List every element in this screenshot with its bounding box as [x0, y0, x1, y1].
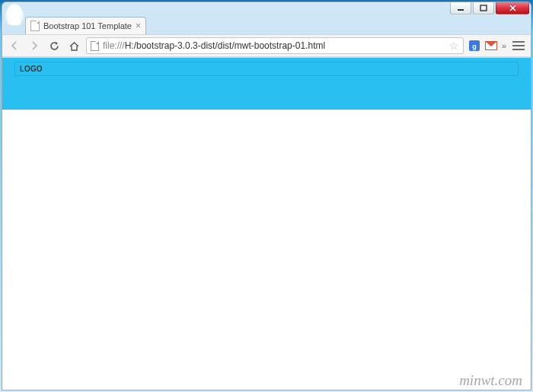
forward-button[interactable]: [27, 38, 42, 53]
window-titlebar[interactable]: [2, 2, 531, 16]
home-button[interactable]: [66, 38, 81, 53]
google-extension-icon[interactable]: g: [468, 40, 480, 52]
extensions-overflow-icon[interactable]: »: [502, 41, 506, 50]
bookmark-star-icon[interactable]: ☆: [449, 40, 459, 52]
window-controls: [450, 2, 529, 14]
toolbar: file:///H:/bootstrap-3.0.3-dist/dist/mwt…: [2, 34, 531, 57]
arrow-left-icon: [9, 40, 20, 51]
arrow-right-icon: [29, 40, 40, 51]
minimize-button[interactable]: [450, 2, 471, 14]
reload-button[interactable]: [46, 38, 62, 53]
logo-placeholder: LOGO: [14, 62, 519, 76]
page-header: LOGO: [2, 58, 531, 110]
gmail-extension-icon[interactable]: [485, 40, 497, 52]
close-icon: [509, 4, 517, 12]
url-text: file:///H:/bootstrap-3.0.3-dist/dist/mwt…: [103, 40, 445, 51]
menu-button[interactable]: [511, 38, 526, 53]
file-favicon-icon: [30, 21, 40, 31]
url-scheme: file:///: [103, 40, 125, 51]
document-icon: [91, 41, 99, 51]
svg-rect-1: [480, 5, 487, 11]
svg-rect-0: [458, 9, 464, 11]
profile-avatar-icon[interactable]: [5, 4, 24, 31]
reload-icon: [49, 40, 60, 52]
home-icon: [69, 40, 80, 52]
page-viewport[interactable]: LOGO: [2, 57, 531, 390]
minimize-icon: [457, 5, 464, 12]
browser-tab[interactable]: Bootstrap 101 Template ×: [25, 17, 146, 34]
address-bar[interactable]: file:///H:/bootstrap-3.0.3-dist/dist/mwt…: [86, 37, 464, 54]
back-button[interactable]: [7, 38, 22, 53]
url-path: H:/bootstrap-3.0.3-dist/dist/mwt-bootstr…: [125, 40, 325, 51]
close-button[interactable]: [496, 2, 529, 14]
browser-window: Bootstrap 101 Template × file:///H:/boot…: [2, 2, 531, 390]
tab-title: Bootstrap 101 Template: [43, 21, 132, 30]
hamburger-icon: [512, 41, 525, 50]
tab-strip: Bootstrap 101 Template ×: [2, 16, 531, 34]
maximize-icon: [480, 5, 487, 12]
maximize-button[interactable]: [473, 2, 494, 14]
tab-close-icon[interactable]: ×: [136, 21, 141, 31]
